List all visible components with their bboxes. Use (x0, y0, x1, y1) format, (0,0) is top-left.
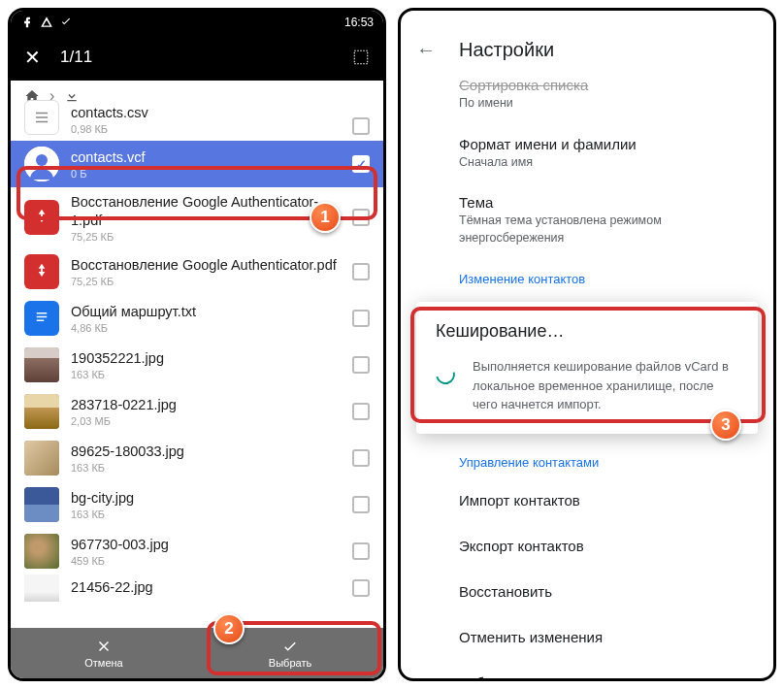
setting-sub: По имени (459, 95, 754, 113)
caching-dialog: Кеширование… Выполняется кеширование фай… (416, 302, 758, 434)
image-thumbnail (24, 534, 59, 569)
file-row[interactable]: Общий маршрут.txt 4,86 КБ (11, 295, 383, 342)
spinner-icon (432, 361, 458, 387)
file-size: 0,98 КБ (71, 123, 341, 135)
clock: 16:53 (344, 16, 374, 29)
checkbox[interactable] (352, 263, 370, 280)
checkbox[interactable] (352, 449, 370, 467)
image-thumbnail (24, 394, 59, 429)
file-row[interactable]: 21456-22.jpg (11, 574, 383, 602)
file-info: 967730-003.jpg 459 КБ (71, 536, 341, 567)
checkbox[interactable] (352, 117, 370, 135)
file-name: 89625-180033.jpg (71, 443, 341, 461)
checkbox[interactable] (352, 356, 370, 374)
close-icon (95, 638, 113, 655)
cancel-button[interactable]: Отмена (11, 628, 197, 678)
checkbox-checked[interactable] (352, 155, 370, 173)
file-name: 967730-003.jpg (71, 536, 341, 554)
file-size: 459 КБ (71, 555, 341, 567)
checkbox[interactable] (352, 579, 370, 597)
file-info: bg-city.jpg 163 КБ (71, 489, 341, 520)
file-size: 0 Б (71, 168, 341, 180)
file-size: 75,25 КБ (71, 231, 341, 243)
dialog-body: Выполняется кеширование файлов vCard в л… (436, 357, 738, 414)
file-name: 21456-22.jpg (71, 578, 341, 597)
file-info: 190352221.jpg 163 КБ (71, 349, 341, 380)
file-name: Восстановление Google Authenticator.pdf (71, 256, 341, 275)
file-name: Общий маршрут.txt (71, 303, 341, 321)
file-row[interactable]: 190352221.jpg 163 КБ (11, 342, 383, 388)
file-row[interactable]: 89625-180033.jpg 163 КБ (11, 435, 383, 481)
file-row[interactable]: 283718-0221.jpg 2,03 МБ (11, 388, 383, 435)
file-list: contacts.csv 0,98 КБ contacts.vcf 0 Б Во… (11, 112, 383, 602)
download-folder-icon (64, 88, 80, 104)
file-name: 283718-0221.jpg (71, 396, 341, 414)
status-bar: 16:53 (11, 11, 383, 34)
facebook-icon (20, 16, 34, 29)
doc-icon (24, 301, 59, 336)
file-row-selected[interactable]: contacts.vcf 0 Б (11, 141, 383, 187)
select-label: Выбрать (269, 657, 311, 669)
file-name: bg-city.jpg (71, 489, 341, 508)
checkbox[interactable] (352, 496, 370, 513)
warning-icon (40, 16, 53, 29)
section-manage-contacts: Управление контактами (401, 442, 773, 477)
checkbox[interactable] (352, 310, 370, 327)
file-name: Восстановление Google Authenticator-1.pd… (71, 193, 341, 230)
file-info: Общий маршрут.txt 4,86 КБ (71, 303, 341, 334)
file-row[interactable]: contacts.csv 0,98 КБ (11, 112, 383, 141)
file-picker-screen: 16:53 ✕ 1/11 › contacts.csv 0,98 КБ cont… (8, 8, 386, 681)
setting-sort[interactable]: Сортировка списка По имени (401, 77, 773, 124)
check-icon (59, 16, 73, 29)
annotation-badge-1: 1 (310, 202, 341, 233)
menu-export[interactable]: Экспорт контактов (401, 523, 773, 569)
setting-sub: Тёмная тема установлена режимом энергосб… (459, 213, 754, 246)
select-all-icon[interactable] (352, 49, 370, 66)
file-name: contacts.vcf (71, 148, 341, 167)
bottom-action-bar: Отмена Выбрать (11, 628, 383, 678)
file-size: 2,03 МБ (71, 415, 341, 427)
contact-icon (24, 147, 59, 181)
file-row[interactable]: 967730-003.jpg 459 КБ (11, 528, 383, 574)
dialog-text: Выполняется кеширование файлов vCard в л… (473, 357, 738, 414)
checkbox[interactable] (352, 403, 370, 420)
file-row[interactable]: Восстановление Google Authenticator.pdf … (11, 248, 383, 295)
setting-sub: Сначала имя (459, 154, 754, 172)
annotation-badge-2: 2 (213, 613, 245, 644)
settings-title: Настройки (459, 39, 554, 61)
file-info: Восстановление Google Authenticator-1.pd… (71, 193, 341, 243)
menu-blocked[interactable]: Заблокированные номера (401, 660, 773, 682)
annotation-badge-3: 3 (710, 410, 741, 441)
setting-title: Формат имени и фамилии (459, 136, 754, 152)
image-thumbnail (24, 487, 59, 522)
dialog-title: Кеширование… (436, 321, 738, 342)
cancel-label: Отмена (84, 657, 122, 669)
svg-point-2 (36, 154, 48, 166)
file-size: 163 КБ (71, 462, 341, 474)
pdf-icon (24, 200, 59, 235)
setting-name-format[interactable]: Формат имени и фамилии Сначала имя (401, 124, 773, 183)
checkbox[interactable] (352, 542, 370, 560)
file-info: 21456-22.jpg (71, 578, 341, 597)
menu-restore[interactable]: Восстановить (401, 569, 773, 614)
back-button[interactable]: ← (416, 39, 436, 61)
settings-list[interactable]: Сортировка списка По имени Формат имени … (401, 77, 773, 681)
file-row[interactable]: bg-city.jpg 163 КБ (11, 481, 383, 528)
file-size: 75,25 КБ (71, 276, 341, 287)
file-info: contacts.csv 0,98 КБ (71, 104, 341, 135)
setting-title: Сортировка списка (459, 77, 754, 93)
selection-count: 1/11 (60, 48, 352, 67)
menu-undo[interactable]: Отменить изменения (401, 614, 773, 660)
check-icon (281, 638, 299, 655)
file-name: 190352221.jpg (71, 349, 341, 368)
section-edit-contacts: Изменение контактов (401, 258, 773, 294)
file-icon (24, 100, 59, 135)
file-name: contacts.csv (71, 104, 341, 122)
setting-title: Тема (459, 194, 754, 211)
menu-import[interactable]: Импорт контактов (401, 477, 773, 523)
image-thumbnail (24, 441, 59, 476)
close-selection-button[interactable]: ✕ (24, 46, 41, 69)
checkbox[interactable] (352, 209, 370, 226)
setting-theme[interactable]: Тема Тёмная тема установлена режимом эне… (401, 182, 773, 258)
pdf-icon (24, 254, 59, 289)
